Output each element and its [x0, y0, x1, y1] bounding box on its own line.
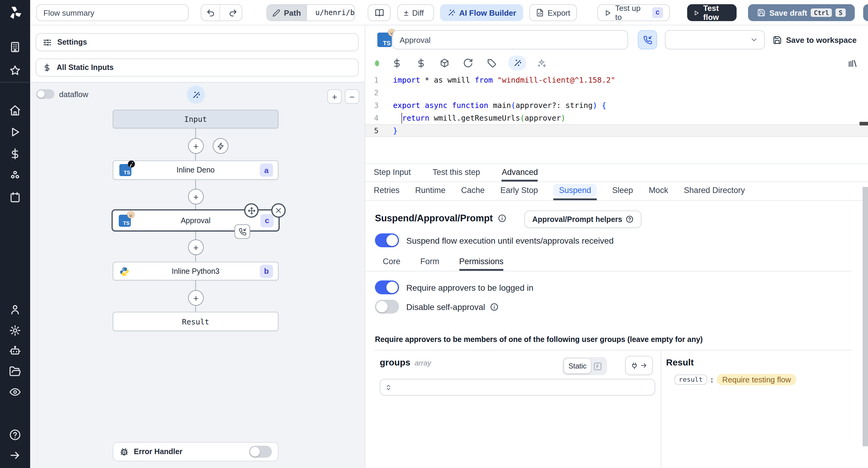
disable-self-approval-toggle[interactable]	[375, 300, 399, 314]
add-step-button[interactable]: +	[188, 290, 204, 306]
windmill-logo-icon[interactable]	[7, 5, 23, 21]
close-icon	[275, 207, 282, 214]
users-icon[interactable]	[9, 303, 21, 315]
flow-node-inline-python3[interactable]: Inline Python3 b	[113, 262, 278, 281]
sparkles-icon[interactable]	[536, 58, 547, 68]
flow-settings-button[interactable]: Settings	[36, 33, 359, 51]
home-icon[interactable]	[9, 104, 21, 116]
subtab-mock[interactable]: Mock	[649, 182, 668, 200]
resources-cubes-icon[interactable]	[9, 170, 21, 181]
move-node-handle[interactable]	[244, 203, 258, 218]
tab-form[interactable]: Form	[421, 254, 439, 271]
workspace-building-icon[interactable]	[9, 41, 21, 53]
path-edit-segment[interactable]: Path	[267, 5, 307, 21]
flow-node-result[interactable]: Result	[113, 312, 278, 331]
groups-array-input[interactable]	[380, 379, 655, 396]
connect-input-button[interactable]	[625, 356, 653, 375]
require-logged-in-toggle[interactable]	[375, 281, 399, 294]
step-title-input[interactable]	[393, 30, 628, 50]
docs-button[interactable]	[368, 4, 391, 21]
phone-incoming-icon	[239, 228, 246, 235]
flow-node-input[interactable]: Input	[113, 110, 278, 128]
test-up-to-button[interactable]: Test up to c	[597, 4, 670, 21]
resources-dollar-icon[interactable]	[416, 58, 426, 68]
deploy-button-partial[interactable]	[863, 4, 868, 21]
deno-icon	[127, 160, 135, 168]
export-button[interactable]: Export	[529, 4, 577, 21]
collapse-arrow-icon[interactable]	[9, 449, 21, 461]
redo-button[interactable]	[224, 5, 242, 21]
save-draft-button[interactable]: Save draft Ctrl S	[748, 4, 855, 21]
info-icon[interactable]	[498, 214, 506, 223]
flow-summary-input[interactable]	[36, 4, 189, 21]
chevrons-up-down-icon	[385, 384, 392, 390]
runs-play-icon[interactable]	[9, 126, 21, 138]
approval-phone-badge[interactable]	[235, 224, 250, 239]
plug-icon	[630, 361, 638, 370]
folders-icon[interactable]	[9, 365, 21, 378]
path-button[interactable]: Path u/henri/bes	[267, 4, 355, 21]
suspend-flow-toggle[interactable]	[375, 233, 399, 247]
add-step-button[interactable]: +	[188, 239, 204, 255]
audit-eye-icon[interactable]	[9, 386, 21, 398]
diff-button[interactable]: ± Diff	[397, 4, 434, 21]
line-number-current: 5	[365, 126, 378, 135]
settings-gear-icon[interactable]	[9, 324, 21, 337]
static-mode-button[interactable]: Static	[564, 359, 591, 373]
dataflow-label: dataflow	[59, 90, 88, 99]
flow-graph-panel: Settings All Static Inputs dataflow + − …	[30, 25, 365, 468]
approval-prompt-helpers-button[interactable]: Approval/Prompt helpers	[524, 210, 642, 228]
schedules-calendar-icon[interactable]	[9, 191, 21, 203]
code-line: import * as wmill from "windmill-client@…	[393, 76, 615, 84]
subtab-runtime[interactable]: Runtime	[415, 182, 446, 200]
tab-step-input[interactable]: Step Input	[374, 164, 411, 181]
add-step-button[interactable]: +	[188, 138, 204, 154]
zoom-out-button[interactable]: −	[345, 89, 359, 104]
error-handler-toggle[interactable]	[249, 446, 272, 458]
save-to-workspace-button[interactable]: Save to workspace	[773, 33, 857, 47]
trigger-bolt-button[interactable]	[213, 138, 228, 154]
library-icon[interactable]	[847, 58, 858, 68]
subtab-early-stop[interactable]: Early Stop	[500, 182, 538, 200]
subtab-cache[interactable]: Cache	[461, 182, 485, 200]
lint-status-dot	[375, 60, 379, 66]
tab-core[interactable]: Core	[383, 254, 401, 271]
add-step-button[interactable]: +	[188, 189, 204, 204]
ai-wand-button[interactable]	[187, 86, 205, 104]
code-editor[interactable]: 1import * as wmill from "windmill-client…	[365, 74, 868, 138]
flow-node-inline-deno[interactable]: TS Inline Deno a	[113, 160, 278, 180]
tab-test-this-step[interactable]: Test this step	[433, 164, 480, 181]
ai-flow-builder-button[interactable]: AI Flow Builder	[440, 4, 523, 21]
script-version-select[interactable]	[665, 30, 765, 50]
subtab-sleep[interactable]: Sleep	[612, 182, 633, 200]
undo-button[interactable]	[201, 5, 220, 21]
sidebar-divider	[0, 82, 30, 83]
variables-dollar-icon[interactable]	[9, 148, 21, 160]
baby-icon	[127, 210, 135, 218]
subtab-suspend[interactable]: Suspend	[554, 182, 597, 200]
result-key-pill[interactable]: result	[675, 375, 707, 385]
delete-node-button[interactable]	[271, 203, 286, 218]
package-icon[interactable]	[439, 58, 450, 68]
error-handler-card[interactable]: Error Handler	[113, 442, 278, 461]
dataflow-toggle[interactable]	[36, 89, 54, 99]
subtab-shared-directory[interactable]: Shared Directory	[684, 182, 745, 200]
workers-robot-icon[interactable]	[9, 345, 21, 357]
subtab-retries[interactable]: Retries	[374, 182, 400, 200]
ai-assistant-wand-button[interactable]	[508, 56, 526, 70]
approval-phone-button[interactable]	[638, 30, 657, 50]
tab-permissions[interactable]: Permissions	[459, 254, 504, 271]
reload-icon[interactable]	[463, 58, 473, 68]
favorites-star-icon[interactable]	[9, 64, 21, 77]
vertical-scrollbar[interactable]	[863, 187, 868, 446]
info-icon[interactable]	[490, 302, 498, 311]
tag-icon[interactable]	[487, 58, 497, 68]
tab-advanced[interactable]: Advanced	[502, 164, 538, 181]
zoom-in-button[interactable]: +	[327, 89, 342, 104]
variables-dollar-icon[interactable]	[392, 58, 402, 68]
test-flow-button[interactable]: Test flow	[687, 4, 737, 21]
typescript-icon: TS	[119, 164, 131, 176]
javascript-mode-icon[interactable]	[593, 361, 602, 371]
help-icon[interactable]	[9, 429, 21, 441]
all-static-inputs-button[interactable]: All Static Inputs	[36, 59, 359, 77]
